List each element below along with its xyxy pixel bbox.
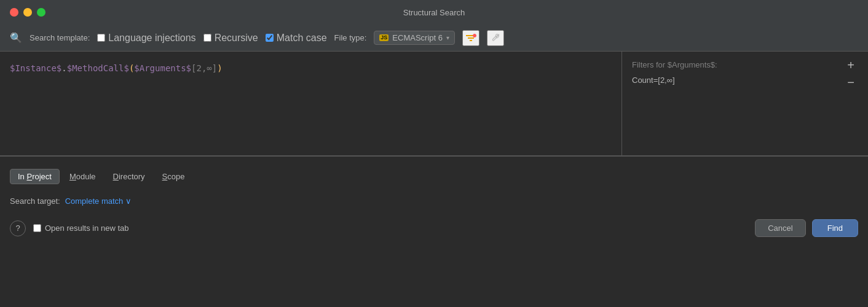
dot1: . (61, 61, 66, 75)
language-injections-checkbox-group[interactable]: Language injections (97, 33, 195, 44)
search-target-chevron-icon: ∨ (125, 196, 132, 206)
main-content: $Instance$ . $MethodCall$ ( $Arguments$ … (0, 52, 868, 156)
filter-icon (465, 33, 476, 43)
title-bar: Structural Search (0, 0, 868, 25)
open-results-checkbox[interactable] (33, 224, 41, 232)
recursive-label: Recursive (215, 33, 258, 44)
match-case-checkbox-group[interactable]: Match case (266, 33, 327, 44)
minimize-button[interactable] (23, 8, 32, 17)
filters-panel: Filters for $Arguments$: Count=[2,∞] + − (622, 52, 868, 155)
open-results-label: Open results in new tab (45, 223, 129, 233)
recursive-checkbox-group[interactable]: Recursive (203, 33, 258, 44)
tab-scope[interactable]: Scope (155, 169, 192, 184)
tab-in-project-label: In Project (18, 172, 52, 181)
search-template-label: Search template: (30, 33, 90, 42)
tab-in-project[interactable]: In Project (10, 169, 60, 184)
filters-title: Filters for $Arguments$: (632, 60, 858, 69)
recursive-checkbox[interactable] (203, 34, 211, 42)
action-buttons: Cancel Find (755, 219, 858, 237)
code-template-line: $Instance$ . $MethodCall$ ( $Arguments$ … (10, 61, 223, 75)
language-injections-label: Language injections (108, 33, 195, 44)
close-paren: ) (217, 61, 222, 75)
window-controls (10, 8, 45, 17)
scope-tabs: In Project Module Directory Scope (0, 157, 868, 190)
search-target-value-text: Complete match (65, 196, 124, 206)
filter-count-value: Count=[2,∞] (632, 76, 858, 85)
instance-var: $Instance$ (10, 61, 61, 75)
js-icon: JS (379, 34, 389, 41)
file-type-chevron-icon: ▾ (446, 34, 449, 41)
file-type-dropdown[interactable]: JS ECMAScript 6 ▾ (374, 31, 455, 45)
close-button[interactable] (10, 8, 18, 17)
tab-directory[interactable]: Directory (106, 169, 152, 184)
match-case-checkbox[interactable] (266, 34, 274, 42)
toolbar: 🔍 Search template: Language injections R… (0, 25, 868, 52)
search-target-label: Search target: (10, 196, 60, 206)
open-paren: ( (129, 61, 134, 75)
find-button[interactable]: Find (812, 219, 858, 237)
tab-module[interactable]: Module (62, 169, 103, 184)
file-type-value: ECMAScript 6 (392, 33, 443, 42)
tab-scope-label: Scope (162, 172, 185, 181)
arguments-var: $Arguments$ (134, 61, 191, 75)
add-filter-button[interactable]: + (843, 58, 858, 72)
wrench-icon (491, 33, 500, 43)
method-var: $MethodCall$ (67, 61, 129, 75)
tab-directory-label: Directory (113, 172, 145, 181)
match-case-label: Match case (277, 33, 327, 44)
window-title: Structural Search (403, 8, 465, 17)
svg-point-3 (473, 34, 476, 37)
search-target-dropdown[interactable]: Complete match ∨ (65, 196, 132, 206)
search-target-row: Search target: Complete match ∨ (0, 190, 868, 212)
count-annotation: [2,∞] (191, 61, 217, 75)
cancel-button[interactable]: Cancel (755, 219, 805, 237)
file-type-label: File type: (334, 33, 367, 42)
maximize-button[interactable] (37, 8, 45, 17)
remove-filter-button[interactable]: − (843, 75, 858, 90)
settings-icon-button[interactable] (487, 30, 504, 46)
bottom-bar: ? Open results in new tab Cancel Find (0, 212, 868, 244)
help-button[interactable]: ? (10, 220, 26, 236)
filter-icon-button[interactable] (462, 30, 479, 46)
search-template-area[interactable]: $Instance$ . $MethodCall$ ( $Arguments$ … (0, 52, 622, 155)
tab-module-label: Module (69, 172, 96, 181)
language-injections-checkbox[interactable] (97, 34, 105, 42)
search-dropdown-icon[interactable]: 🔍 (10, 32, 22, 44)
open-results-tab-group[interactable]: Open results in new tab (33, 223, 129, 233)
